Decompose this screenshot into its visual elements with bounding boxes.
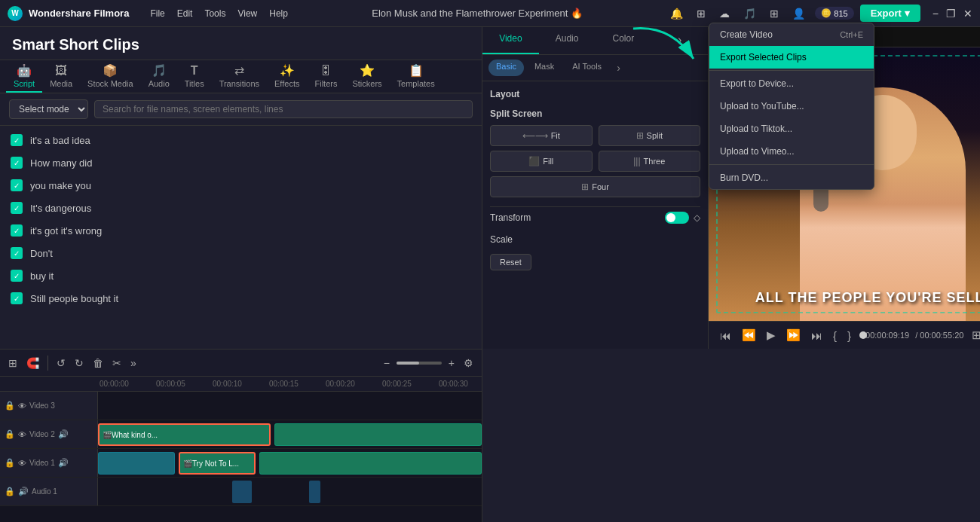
tab-media[interactable]: 🖼 Media: [42, 61, 80, 93]
minimize-button[interactable]: −: [933, 8, 939, 20]
mode-select[interactable]: Select mode: [9, 99, 88, 119]
bell-icon[interactable]: 🎵: [740, 6, 760, 21]
track-clips-video2[interactable]: 🎬 What kind o...: [98, 420, 482, 448]
cloud-icon[interactable]: ☁: [715, 6, 733, 21]
list-item[interactable]: ✓ you make you: [0, 174, 482, 197]
track-lock-icon[interactable]: 🔒: [5, 401, 15, 411]
reset-button[interactable]: Reset: [490, 254, 531, 270]
tab-transitions[interactable]: ⇄ Transitions: [212, 60, 267, 93]
menu-help[interactable]: Help: [269, 8, 288, 19]
track-clip-selected[interactable]: 🎬 Try Not To L...: [179, 452, 256, 475]
menu-file[interactable]: File: [150, 8, 164, 19]
tab-titles[interactable]: T Titles: [177, 61, 212, 93]
prop-tab-color[interactable]: Color: [596, 27, 652, 54]
export-button[interactable]: Export ▾: [860, 5, 920, 22]
audio-clip[interactable]: [309, 481, 320, 503]
menu-edit[interactable]: Edit: [177, 8, 193, 19]
create-video-item[interactable]: Create Video Ctrl+E: [709, 23, 874, 46]
sub-tab-ai-tools[interactable]: AI Tools: [565, 60, 609, 76]
checkbox[interactable]: ✓: [11, 247, 23, 259]
settings-icon[interactable]: ⚙: [461, 355, 476, 371]
prop-tab-video[interactable]: Video: [482, 27, 539, 54]
export-selected-item[interactable]: Export Selected Clips: [709, 46, 874, 69]
list-item[interactable]: ✓ Still people bought it: [0, 287, 482, 310]
track-lock-icon[interactable]: 🔒: [5, 429, 15, 439]
four-button[interactable]: ⊞ Four: [490, 176, 700, 197]
track-eye-icon[interactable]: 👁: [18, 459, 26, 468]
split-button[interactable]: ⊞ Split: [599, 125, 701, 146]
track-clips-video1[interactable]: 🎬 Try Not To L...: [98, 449, 482, 477]
track-clip[interactable]: [98, 452, 175, 475]
audio-clip[interactable]: [232, 481, 251, 503]
checkbox[interactable]: ✓: [11, 292, 23, 304]
grid-icon[interactable]: ⊞: [766, 6, 782, 21]
prev-mark-in-icon[interactable]: {: [831, 327, 839, 344]
list-item[interactable]: ✓ How many did: [0, 151, 482, 174]
fill-button[interactable]: ⬛ Fill: [490, 151, 593, 172]
tab-filters[interactable]: 🎛 Filters: [307, 61, 345, 93]
progress-handle[interactable]: [859, 331, 867, 339]
list-item[interactable]: ✓ buy it: [0, 264, 482, 287]
menu-view[interactable]: View: [237, 8, 257, 19]
upload-tiktok-item[interactable]: Upload to Tiktok...: [709, 118, 874, 140]
track-clips-audio1[interactable]: [98, 478, 482, 505]
track-audio-icon[interactable]: 🔊: [58, 429, 69, 439]
prop-tab-more[interactable]: ›: [651, 27, 708, 54]
search-input[interactable]: [94, 100, 473, 118]
list-item[interactable]: ✓ Don't: [0, 242, 482, 264]
burn-dvd-item[interactable]: Burn DVD...: [709, 166, 874, 189]
tab-audio[interactable]: 🎵 Audio: [141, 60, 177, 93]
tab-stock-media[interactable]: 📦 Stock Media: [80, 60, 141, 93]
tab-effects[interactable]: ✨ Effects: [267, 60, 307, 93]
more-icon[interactable]: »: [128, 355, 139, 371]
layout-icon[interactable]: ⊞: [6, 355, 20, 371]
track-eye-icon[interactable]: 👁: [18, 401, 26, 411]
delete-icon[interactable]: 🗑: [90, 355, 106, 371]
prev-skip-forward-icon[interactable]: ⏭: [809, 327, 825, 344]
export-device-item[interactable]: Export to Device...: [709, 72, 874, 95]
checkbox[interactable]: ✓: [11, 179, 23, 191]
prev-step-back-icon[interactable]: ⏪: [740, 326, 758, 344]
transform-settings-icon[interactable]: ◇: [694, 212, 700, 223]
list-item[interactable]: ✓ it's a bad idea: [0, 129, 482, 151]
checkbox[interactable]: ✓: [11, 270, 23, 282]
share-icon[interactable]: ⊞: [693, 6, 709, 21]
redo-icon[interactable]: ↻: [72, 355, 86, 371]
checkbox[interactable]: ✓: [11, 157, 23, 169]
upload-youtube-item[interactable]: Upload to YouTube...: [709, 95, 874, 118]
sub-tab-more-icon[interactable]: ›: [612, 60, 625, 76]
transform-toggle[interactable]: [665, 212, 689, 224]
sub-tab-basic[interactable]: Basic: [488, 60, 524, 76]
track-clip[interactable]: [259, 452, 482, 475]
prev-mark-out-icon[interactable]: }: [845, 327, 853, 344]
track-clip[interactable]: [274, 423, 482, 446]
prop-tab-audio[interactable]: Audio: [539, 27, 596, 54]
close-button[interactable]: ✕: [963, 8, 972, 20]
prev-zoom-icon[interactable]: ⊞: [969, 326, 980, 344]
tab-script[interactable]: 🤖 Script: [6, 60, 42, 93]
three-button[interactable]: ||| Three: [599, 151, 701, 172]
prev-skip-back-icon[interactable]: ⏮: [718, 327, 733, 344]
prev-play-icon[interactable]: ▶: [764, 326, 778, 344]
track-audio-icon[interactable]: 🔊: [58, 458, 69, 468]
track-eye-icon[interactable]: 👁: [18, 430, 26, 439]
split-icon[interactable]: ✂: [110, 355, 124, 371]
list-item[interactable]: ✓ It's dangerous: [0, 197, 482, 219]
undo-icon[interactable]: ↺: [54, 355, 68, 371]
avatar-icon[interactable]: 👤: [789, 6, 809, 21]
list-item[interactable]: ✓ it's got it's wrong: [0, 219, 482, 242]
checkbox[interactable]: ✓: [11, 202, 23, 214]
notifications-icon[interactable]: 🔔: [666, 6, 687, 21]
track-lock-icon[interactable]: 🔒: [5, 458, 15, 468]
fit-button[interactable]: ⟵⟶ Fit: [490, 125, 593, 146]
maximize-button[interactable]: ❐: [946, 8, 956, 20]
magnet-icon[interactable]: 🧲: [24, 355, 41, 371]
track-lock-icon[interactable]: 🔒: [5, 487, 15, 496]
prev-step-forward-icon[interactable]: ⏩: [784, 326, 803, 344]
zoom-in-icon[interactable]: +: [446, 355, 457, 371]
track-clip[interactable]: 🎬 What kind o...: [98, 423, 271, 446]
tab-templates[interactable]: 📋 Templates: [390, 60, 443, 93]
zoom-out-icon[interactable]: −: [381, 355, 392, 371]
checkbox[interactable]: ✓: [11, 134, 23, 146]
sub-tab-mask[interactable]: Mask: [527, 60, 562, 76]
